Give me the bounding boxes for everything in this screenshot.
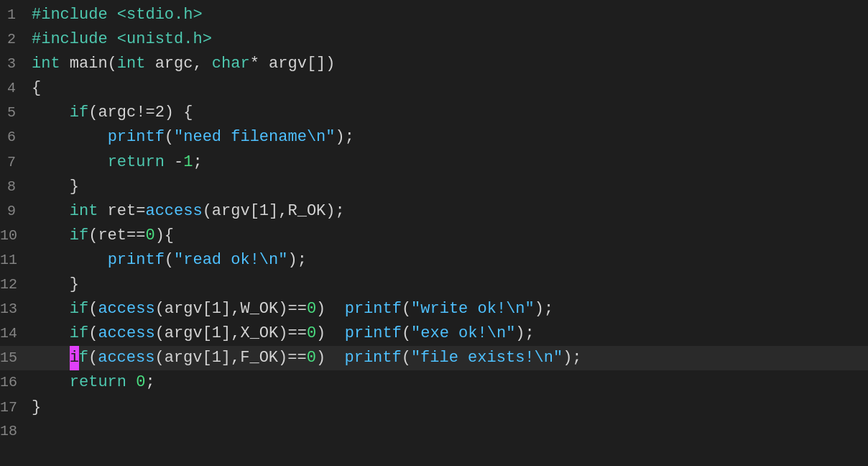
code-line-2: 2#include <unistd.h> <box>0 27 868 52</box>
line-content: } <box>26 396 868 420</box>
token: (argv[1],X_OK)== <box>155 324 307 342</box>
line-number: 9 <box>0 200 26 222</box>
line-number: 18 <box>0 420 26 442</box>
token: ( <box>402 349 411 367</box>
token <box>32 373 70 391</box>
token: if <box>70 324 88 342</box>
token: 1 <box>183 153 193 171</box>
token: <unistd.h> <box>117 30 212 48</box>
token: #include <box>32 6 117 24</box>
token: printf <box>345 300 402 318</box>
line-number: 5 <box>0 101 26 124</box>
line-number: 14 <box>0 322 26 344</box>
line-content: if(access(argv[1],X_OK)==0) printf("exe … <box>26 321 868 346</box>
token: (argc!=2) { <box>88 104 193 122</box>
token: main( <box>60 55 117 73</box>
line-content: printf("need filename\n"); <box>26 125 868 150</box>
token: access <box>98 324 154 342</box>
token: ( <box>165 128 174 146</box>
token: printf <box>345 324 402 342</box>
token: access <box>98 349 154 367</box>
token: ( <box>402 300 411 318</box>
code-line-15: 15 if(access(argv[1],F_OK)==0) printf("f… <box>0 346 868 370</box>
code-line-1: 1#include <stdio.h> <box>0 3 868 27</box>
token: ; <box>193 153 202 171</box>
line-number: 15 <box>0 347 26 369</box>
token: int <box>70 202 98 220</box>
code-line-5: 5 if(argc!=2) { <box>0 101 868 125</box>
token: (argv[1],F_OK)== <box>154 349 306 367</box>
token: ( <box>88 349 98 367</box>
token: 0 <box>145 227 154 245</box>
token: return <box>108 153 165 171</box>
token: ( <box>165 251 174 269</box>
code-line-10: 10 if(ret==0){ <box>0 224 868 248</box>
token: 0 <box>136 373 145 391</box>
line-content: return -1; <box>26 150 868 175</box>
token <box>32 128 108 146</box>
token: ; <box>145 373 154 391</box>
token: if <box>70 227 88 245</box>
token: printf <box>344 349 401 367</box>
token: (ret== <box>88 227 145 245</box>
line-number: 17 <box>0 396 26 419</box>
line-content: if(access(argv[1],F_OK)==0) printf("file… <box>26 346 868 370</box>
text-cursor: i <box>70 346 79 370</box>
line-number: 13 <box>0 298 26 320</box>
token: ) <box>316 324 345 342</box>
token <box>32 300 70 318</box>
token: #include <box>32 30 117 48</box>
token: argc, <box>145 55 211 73</box>
token: <stdio.h> <box>117 6 203 24</box>
line-number: 8 <box>0 175 26 198</box>
line-number: 7 <box>0 151 26 173</box>
line-content: int main(int argc, char* argv[]) <box>26 52 868 76</box>
token: "exe ok!\n" <box>411 324 515 342</box>
line-content: } <box>26 175 868 199</box>
token: "file exists!\n" <box>411 349 563 367</box>
line-number: 2 <box>0 28 26 50</box>
token <box>32 153 108 171</box>
code-line-6: 6 printf("need filename\n"); <box>0 125 868 150</box>
token: ); <box>515 324 534 342</box>
token <box>32 104 70 122</box>
line-content: return 0; <box>26 370 868 395</box>
code-line-4: 4{ <box>0 76 868 101</box>
token: char <box>212 55 250 73</box>
line-content: } <box>26 273 868 297</box>
code-line-13: 13 if(access(argv[1],W_OK)==0) printf("w… <box>0 297 868 321</box>
line-content: int ret=access(argv[1],R_OK); <box>26 199 868 224</box>
token: printf <box>108 128 165 146</box>
token: if <box>70 300 88 318</box>
token: if <box>70 104 88 122</box>
token: access <box>98 300 154 318</box>
token: } <box>32 398 41 416</box>
token: ); <box>563 349 581 367</box>
token <box>32 227 70 245</box>
code-line-11: 11 printf("read ok!\n"); <box>0 248 868 273</box>
token: (argv[1],R_OK); <box>203 202 345 220</box>
token: } <box>32 275 79 293</box>
line-number: 12 <box>0 273 26 296</box>
token: ) <box>316 349 345 367</box>
line-content: if(access(argv[1],W_OK)==0) printf("writ… <box>26 297 868 321</box>
token: ret= <box>98 202 145 220</box>
token <box>32 251 108 269</box>
code-line-16: 16 return 0; <box>0 370 868 395</box>
token: f <box>79 349 88 367</box>
token: - <box>165 153 183 171</box>
token: printf <box>108 251 165 269</box>
code-line-17: 17} <box>0 396 868 420</box>
line-content: if(ret==0){ <box>26 224 868 248</box>
line-content: printf("read ok!\n"); <box>26 248 868 273</box>
token: return <box>70 373 126 391</box>
token: ); <box>335 128 354 146</box>
token: "read ok!\n" <box>174 251 287 269</box>
code-line-7: 7 return -1; <box>0 150 868 175</box>
code-line-9: 9 int ret=access(argv[1],R_OK); <box>0 199 868 224</box>
code-line-12: 12 } <box>0 273 868 297</box>
line-content: if(argc!=2) { <box>26 101 868 125</box>
token: ( <box>88 324 98 342</box>
line-number: 10 <box>0 224 26 247</box>
line-number: 16 <box>0 371 26 393</box>
